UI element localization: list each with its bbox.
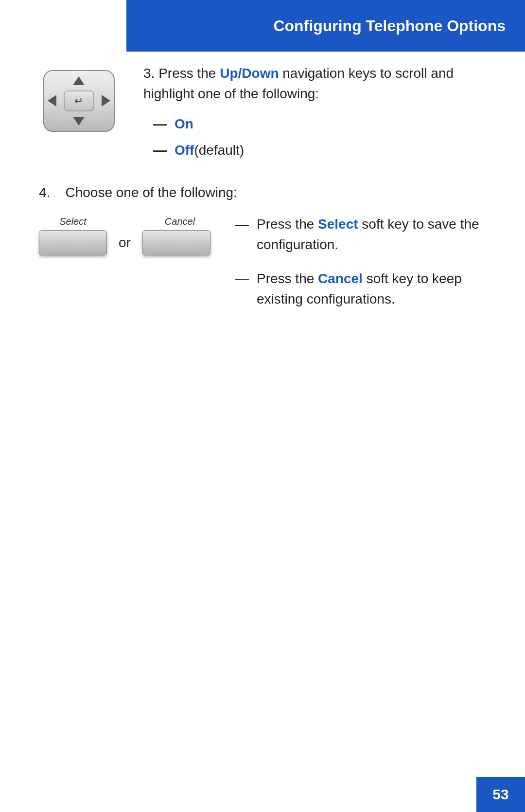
step3-option2-label: Off <box>175 140 194 161</box>
page-title: Configuring Telephone Options <box>273 17 506 35</box>
svg-text:↵: ↵ <box>74 95 83 107</box>
instruction2-prefix: Press the <box>257 271 318 286</box>
step4-instruction2: — Press the Cancel soft key to keep exis… <box>235 269 496 309</box>
step4-section: 4. Choose one of the following: Select C… <box>39 185 496 323</box>
step3-option2: — Off (default) <box>153 140 496 161</box>
cancel-softkey-button[interactable] <box>142 230 210 255</box>
step4-header: 4. Choose one of the following: <box>39 185 496 200</box>
page-number: 53 <box>492 786 508 803</box>
page-number-box: 53 <box>476 777 525 812</box>
instruction1-prefix: Press the <box>257 217 318 232</box>
step4-body: Select Cancel or — Press the Select soft… <box>39 214 496 323</box>
instruction2-key: Cancel <box>318 271 363 286</box>
or-text: or <box>119 235 131 251</box>
step4-instruction1: — Press the Select soft key to save the … <box>235 214 496 255</box>
step4-instructions: — Press the Select soft key to save the … <box>235 214 496 323</box>
instruction1-content: Press the Select soft key to save the co… <box>257 214 496 255</box>
step3-text: 3. Press the Up/Down navigation keys to … <box>143 63 496 161</box>
step3-nav-keys: Up/Down <box>220 66 279 81</box>
step3-option2-dash: — <box>153 140 167 161</box>
main-content: ↵ 3. Press the Up/Down navigation keys t… <box>39 63 496 323</box>
step3-section: ↵ 3. Press the Up/Down navigation keys t… <box>39 63 496 161</box>
step3-number: 3. <box>143 66 155 81</box>
softkey-left-label-text: Select <box>39 216 107 227</box>
header-bar: Configuring Telephone Options <box>126 0 525 52</box>
nav-key-image: ↵ <box>39 66 119 136</box>
instruction2-content: Press the Cancel soft key to keep existi… <box>257 269 496 309</box>
step3-option2-suffix: (default) <box>194 140 244 161</box>
step3-option1-label: On <box>175 114 193 134</box>
step4-text: Choose one of the following: <box>65 185 237 200</box>
instruction1-key: Select <box>318 217 358 232</box>
step3-option1: — On <box>153 114 496 134</box>
softkey-right-label-text: Cancel <box>146 216 214 227</box>
instruction2-dash: — <box>235 269 249 289</box>
step3-text-before: Press the <box>158 66 220 81</box>
select-softkey-button[interactable] <box>39 230 107 255</box>
instruction1-dash: — <box>235 214 249 235</box>
step3-instruction: 3. Press the Up/Down navigation keys to … <box>143 63 496 104</box>
step3-option1-dash: — <box>153 114 167 134</box>
step4-number: 4. <box>39 185 50 200</box>
